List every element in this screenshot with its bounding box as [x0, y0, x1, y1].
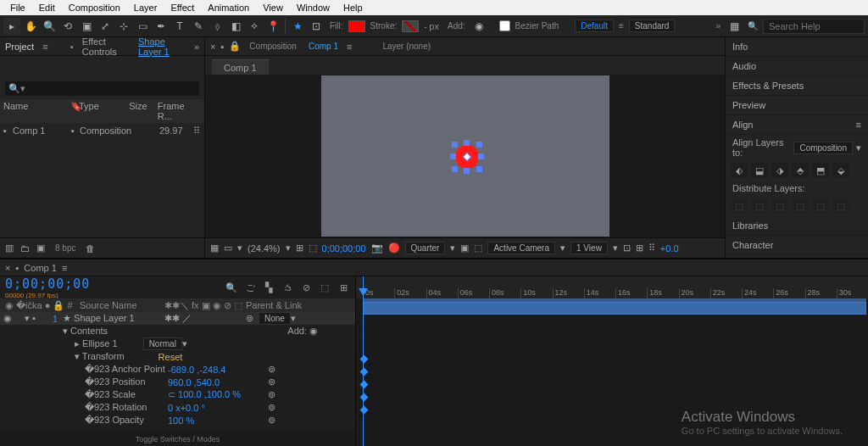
view-dropdown[interactable]: 1 View — [570, 242, 608, 254]
menu-help[interactable]: Help — [337, 3, 370, 13]
3d-icon[interactable]: ⬚ — [474, 243, 482, 254]
puppet-tool-icon[interactable]: 📍 — [264, 18, 281, 35]
view-icon[interactable]: ⊡ — [623, 243, 631, 254]
timeline-tab-comp1[interactable]: Comp 1 — [24, 263, 57, 273]
composition-viewer[interactable] — [205, 75, 725, 237]
search-icon[interactable]: 🔍 — [225, 281, 238, 294]
bezier-checkbox[interactable] — [499, 20, 510, 31]
zoom-value[interactable]: (24.4%) — [248, 243, 281, 254]
add-menu-icon[interactable]: ◉ — [470, 18, 487, 35]
tl-icon-2[interactable]: ▚ — [262, 281, 275, 294]
hand-tool-icon[interactable]: ✋ — [22, 18, 39, 35]
workspace-default[interactable]: Default — [575, 20, 614, 32]
dist-5-icon[interactable]: ⬚ — [812, 198, 829, 214]
star-icon[interactable]: ★ — [289, 18, 306, 35]
zoom-tool-icon[interactable]: 🔍 — [41, 18, 58, 35]
dist-2-icon[interactable]: ⬚ — [751, 198, 768, 214]
roto-tool-icon[interactable]: ✧ — [246, 18, 263, 35]
panel-preview[interactable]: Preview — [726, 96, 868, 115]
orbit-tool-icon[interactable]: ⟲ — [59, 18, 76, 35]
panel-character[interactable]: Character — [726, 236, 868, 255]
align-to-dropdown[interactable]: Composition — [793, 142, 853, 154]
dist-4-icon[interactable]: ⬚ — [792, 198, 809, 214]
align-left-icon[interactable]: ⬖ — [731, 163, 748, 178]
snapshot-icon[interactable]: 📷 — [371, 243, 383, 254]
anchor-tool-icon[interactable]: ⊹ — [115, 18, 132, 35]
search-help-input[interactable] — [763, 19, 865, 34]
resolution-dropdown[interactable]: Quarter — [405, 242, 446, 254]
canvas[interactable] — [321, 75, 609, 237]
res-icon[interactable]: ⊞ — [296, 243, 303, 254]
folder-icon[interactable]: 🗀 — [20, 243, 30, 254]
timecode[interactable]: 0;00;00;00 — [5, 276, 90, 292]
comp-icon[interactable]: ▣ — [36, 243, 45, 254]
shape-tool-icon[interactable]: ▭ — [134, 18, 151, 35]
align-top-icon[interactable]: ⬘ — [792, 163, 809, 178]
tl-icon-5[interactable]: ⬚ — [318, 281, 331, 294]
menu-composition[interactable]: Composition — [62, 3, 127, 13]
grid-icon[interactable]: ▦ — [210, 243, 219, 254]
exposure[interactable]: +0.0 — [660, 243, 679, 254]
menu-effect[interactable]: Effect — [164, 3, 201, 13]
ellipse-row[interactable]: ▸ Ellipse 1 Normal▾ — [0, 337, 355, 350]
trash-icon[interactable]: 🗑 — [86, 243, 95, 254]
interpret-icon[interactable]: ▥ — [5, 243, 14, 254]
time-ruler[interactable]: 0s02s04s06s08s10s12s14s16s18s20s22s24s26… — [356, 276, 868, 298]
mask-icon[interactable]: ▭ — [224, 243, 232, 254]
fx-controls-tab[interactable]: Effect Controls — [82, 36, 130, 57]
comp-crumb-name[interactable]: Comp 1 — [305, 42, 342, 51]
project-item-comp1[interactable]: ▪ Comp 1 ▪ Composition 29.97 ⠿ — [0, 123, 204, 139]
selection-tool-icon[interactable]: ▸ — [3, 18, 20, 35]
prop-row-position[interactable]: �923 Position960.0 ,540.0⊚ — [0, 376, 355, 388]
bpc-toggle[interactable]: 8 bpc — [52, 243, 79, 253]
align-bottom-icon[interactable]: ⬙ — [832, 163, 849, 178]
menu-icon[interactable]: ≡ — [615, 21, 627, 31]
keyframe-rotation[interactable] — [360, 393, 369, 402]
menu-icon[interactable]: ≡ — [42, 42, 47, 52]
prop-row-scale[interactable]: �923 Scale⊂ 100.0 ,100.0 %⊚ — [0, 388, 355, 401]
menu-edit[interactable]: Edit — [32, 3, 62, 13]
tl-icon-4[interactable]: ⊘ — [299, 281, 313, 294]
time-display[interactable]: 0;00;00;00 — [322, 243, 366, 254]
panel-info[interactable]: Info — [726, 37, 868, 57]
brush-tool-icon[interactable]: ✎ — [190, 18, 207, 35]
menu-animation[interactable]: Animation — [201, 3, 256, 13]
fx-layer-link[interactable]: Shape Layer 1 — [138, 36, 186, 57]
parent-dropdown[interactable]: None — [259, 312, 291, 325]
graph-editor-icon[interactable]: ⊞ — [337, 281, 350, 294]
view-icon3[interactable]: ⠿ — [648, 243, 655, 254]
align-vcenter-icon[interactable]: ⬒ — [812, 163, 829, 178]
dist-6-icon[interactable]: ⬚ — [832, 198, 849, 214]
camera-dropdown[interactable]: Active Camera — [487, 242, 555, 254]
keyframe-anchor[interactable] — [360, 355, 369, 364]
eraser-tool-icon[interactable]: ◧ — [227, 18, 244, 35]
rotate-tool-icon[interactable]: ⤢ — [97, 18, 114, 35]
project-search[interactable]: 🔍▾ — [5, 81, 199, 96]
menu-view[interactable]: View — [256, 3, 290, 13]
keyframe-opacity[interactable] — [360, 406, 369, 415]
workspace-icon[interactable]: ▦ — [726, 18, 743, 35]
prop-row-opacity[interactable]: �923 Opacity100 %⊚ — [0, 414, 355, 426]
text-tool-icon[interactable]: T — [171, 18, 188, 35]
region-icon[interactable]: ▣ — [460, 243, 469, 254]
dist-3-icon[interactable]: ⬚ — [771, 198, 788, 214]
menu-window[interactable]: Window — [290, 3, 337, 13]
comp-tab-comp1[interactable]: Comp 1 — [212, 59, 269, 75]
keyframe-position[interactable] — [360, 368, 369, 376]
transform-row[interactable]: ▾ Transform Reset — [0, 350, 355, 363]
menu-file[interactable]: File — [3, 3, 32, 13]
contents-row[interactable]: ▾ Contents Add: ◉ — [0, 325, 355, 337]
menu-icon[interactable]: ≡ — [856, 120, 861, 130]
align-right-icon[interactable]: ⬗ — [771, 163, 788, 178]
view-icon2[interactable]: ⊞ — [636, 243, 643, 254]
panel-effects-presets[interactable]: Effects & Presets — [726, 76, 868, 96]
color-icon[interactable]: 🔴 — [388, 243, 400, 254]
pen-tool-icon[interactable]: ✒ — [153, 18, 170, 35]
toggle-switches[interactable]: Toggle Switches / Modes — [0, 432, 355, 446]
clone-tool-icon[interactable]: ⎀ — [209, 18, 225, 35]
channel-icon[interactable]: ⬚ — [309, 243, 317, 254]
stroke-width[interactable]: - px — [420, 21, 442, 31]
selected-shape[interactable] — [455, 145, 479, 169]
workspace-standard[interactable]: Standard — [629, 20, 676, 32]
keyframe-scale[interactable] — [360, 381, 369, 389]
